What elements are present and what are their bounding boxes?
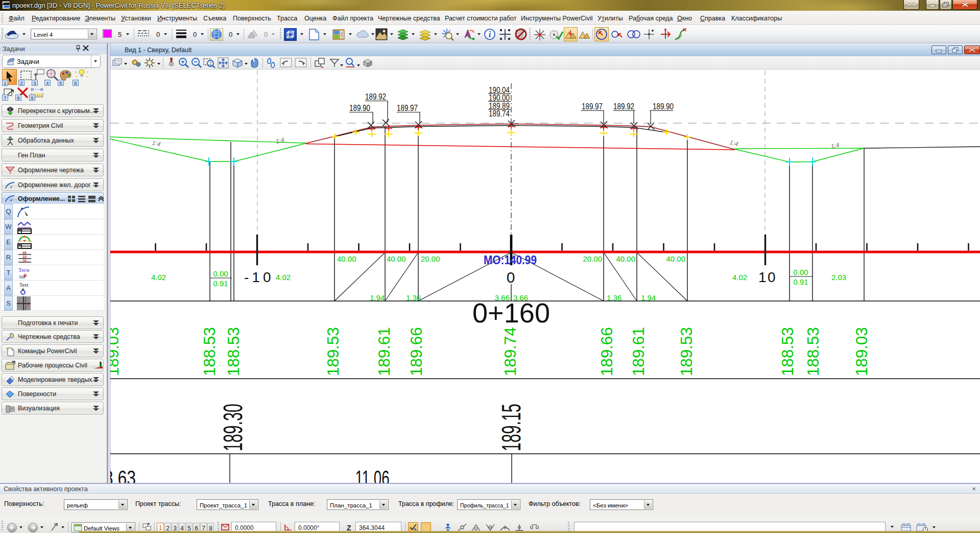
svg-text:188.53: 188.53 <box>804 327 822 376</box>
svg-text:188.53: 188.53 <box>224 327 243 376</box>
svg-text:txt: txt <box>19 274 25 280</box>
svg-text:189.74: 189.74 <box>489 109 510 118</box>
svg-text:i: i <box>489 30 491 39</box>
svg-text:189.53: 189.53 <box>677 327 696 376</box>
svg-text:1:4: 1:4 <box>151 139 161 148</box>
svg-text:40.00: 40.00 <box>387 254 406 263</box>
svg-text:0+160: 0+160 <box>472 297 550 328</box>
svg-text:20.00: 20.00 <box>421 254 440 263</box>
svg-text:189.53: 189.53 <box>324 327 342 376</box>
svg-text:189.90: 189.90 <box>653 102 674 111</box>
svg-text:1.94: 1.94 <box>370 293 385 302</box>
svg-text:-10: -10 <box>244 269 274 285</box>
svg-text:0.00: 0.00 <box>793 268 808 276</box>
svg-text:40.00: 40.00 <box>666 254 685 263</box>
svg-text:20: 20 <box>22 259 27 263</box>
svg-text:20.00: 20.00 <box>583 254 602 263</box>
svg-text:189.90: 189.90 <box>349 103 370 112</box>
svg-text:10: 10 <box>22 255 27 259</box>
svg-text:88.63: 88.63 <box>110 466 136 483</box>
svg-text:188.53: 188.53 <box>200 327 219 376</box>
svg-text:Text: Text <box>19 282 29 288</box>
svg-text:189.15: 189.15 <box>496 404 526 451</box>
svg-text:1:4: 1:4 <box>729 138 739 148</box>
svg-text:189.30: 189.30 <box>218 404 248 451</box>
svg-text:189.61: 189.61 <box>629 327 648 376</box>
svg-text:189.97: 189.97 <box>397 103 418 112</box>
svg-text:1:4: 1:4 <box>830 141 841 150</box>
svg-text:189.66: 189.66 <box>597 327 616 376</box>
svg-text:188.53: 188.53 <box>778 327 797 376</box>
svg-text:0.91: 0.91 <box>793 277 808 286</box>
svg-text:189.74: 189.74 <box>501 327 519 376</box>
svg-text:189.66: 189.66 <box>407 327 425 376</box>
svg-text:40: 40 <box>22 251 27 254</box>
svg-text:40.00: 40.00 <box>337 254 356 263</box>
svg-text:11.06: 11.06 <box>355 466 390 483</box>
svg-text:0: 0 <box>507 269 515 286</box>
svg-text:189.92: 189.92 <box>365 92 386 101</box>
svg-text:189.03: 189.03 <box>852 327 871 376</box>
svg-text:4.02: 4.02 <box>732 273 747 282</box>
svg-text:10: 10 <box>758 269 777 285</box>
svg-text:Теги: Теги <box>18 267 30 273</box>
svg-text:0.00: 0.00 <box>213 269 228 278</box>
svg-text:189.92: 189.92 <box>613 102 634 111</box>
svg-text:189.03: 189.03 <box>110 327 122 376</box>
svg-text:0.91: 0.91 <box>213 279 228 288</box>
svg-text:1.36: 1.36 <box>406 293 421 302</box>
svg-text:MO:140.99: MO:140.99 <box>484 253 537 267</box>
svg-text:40.00: 40.00 <box>616 254 635 263</box>
svg-text:4.02: 4.02 <box>276 273 291 282</box>
svg-text:2.03: 2.03 <box>831 273 846 282</box>
svg-text:1.94: 1.94 <box>641 293 656 302</box>
svg-text:1.36: 1.36 <box>607 293 622 302</box>
svg-text:4.02: 4.02 <box>151 273 166 282</box>
svg-text:189.97: 189.97 <box>582 102 603 111</box>
svg-text:189.61: 189.61 <box>375 327 393 376</box>
svg-text:1:4: 1:4 <box>275 136 285 145</box>
